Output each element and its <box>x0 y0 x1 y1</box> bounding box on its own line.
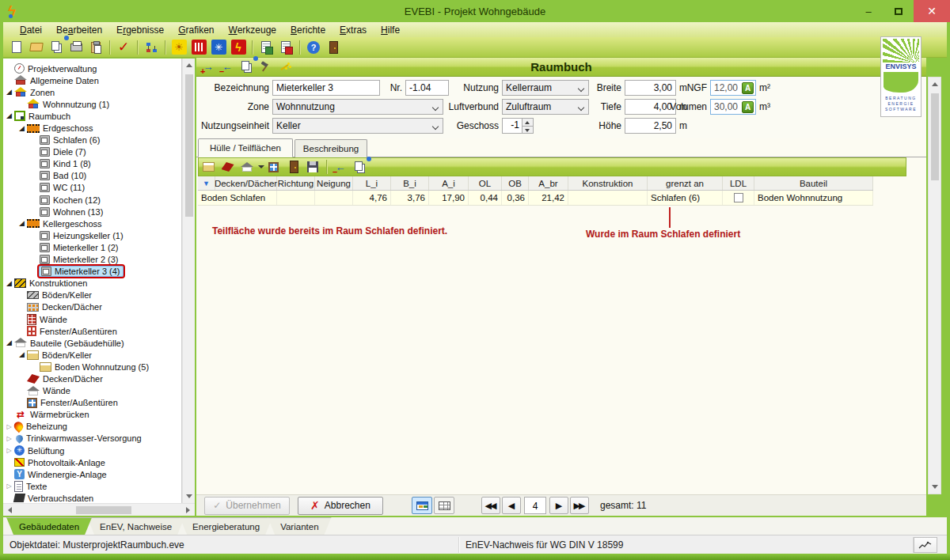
tree-item-konstr-fenster[interactable]: Fenster/Außentüren <box>5 325 181 337</box>
copy-button[interactable] <box>48 39 65 56</box>
tree-item-mieterkeller1[interactable]: Mieterkeller 1 (2) <box>5 241 181 253</box>
add-window-button[interactable] <box>267 160 283 175</box>
paste-row-button[interactable] <box>352 160 367 175</box>
tree-item-kellergeschoss[interactable]: ◢Kellergeschoss <box>5 218 181 229</box>
menu-ergebnisse[interactable]: Ergebnisse <box>109 25 171 36</box>
tree-item-photovoltaik[interactable]: Photovoltaik-Anlage <box>5 456 181 468</box>
col-konstruktion[interactable]: Konstruktion <box>568 176 648 190</box>
menu-hilfe[interactable]: Hilfe <box>374 25 407 36</box>
spin-down-icon[interactable] <box>522 127 533 134</box>
tree-item-raumbuch[interactable]: ◢Raumbuch <box>5 110 181 122</box>
report-pdf-button[interactable] <box>277 39 294 56</box>
tree-item-beheizung[interactable]: ▷Beheizung <box>5 421 181 433</box>
tree-item-konstr-boeden[interactable]: Böden/Keller <box>5 289 181 301</box>
tab-huelle-teilflaechen[interactable]: Hülle / Teilflächen <box>198 138 293 157</box>
menu-berichte[interactable]: Berichte <box>283 25 332 36</box>
menu-bearbeiten[interactable]: Bearbeiten <box>49 25 109 36</box>
col-ol[interactable]: OL <box>469 176 502 190</box>
volumen-field[interactable]: 30,00A <box>710 99 756 115</box>
maximize-button[interactable] <box>884 0 914 22</box>
page-number-input[interactable]: 4 <box>524 497 546 514</box>
tools-button[interactable] <box>257 59 273 74</box>
menu-grafiken[interactable]: Grafiken <box>171 25 221 36</box>
col-ai[interactable]: A_i <box>429 176 469 190</box>
solar-button[interactable]: ☀ <box>170 39 188 56</box>
tab-gebaeudedaten[interactable]: Gebäudedaten <box>6 517 92 535</box>
tab-energieberatung[interactable]: Energieberatung <box>180 517 272 535</box>
tree-item-konstr-waende[interactable]: Wände <box>5 313 181 325</box>
tree-item-zonen[interactable]: ◢Zonen <box>5 86 181 98</box>
new-file-button[interactable] <box>8 39 25 56</box>
copy-room-button[interactable] <box>238 59 254 74</box>
luftverbund-select[interactable]: Zuluftraum <box>502 99 589 115</box>
tree-item-diele[interactable]: Diele (7) <box>5 146 181 158</box>
nav-first-button[interactable]: ◀◀ <box>481 497 500 514</box>
report-excel-button[interactable] <box>257 39 275 56</box>
tree-item-bauteil-waende[interactable]: Wände <box>5 385 181 397</box>
tree-vertical-scrollbar[interactable] <box>182 59 195 503</box>
col-decken-daecher[interactable]: Decken/Dächer <box>215 176 277 190</box>
exit-button[interactable] <box>325 39 342 56</box>
table-view-button[interactable] <box>434 497 454 514</box>
main-vertical-scrollbar[interactable] <box>928 77 941 494</box>
tree-item-projektverwaltung[interactable]: Projektverwaltung <box>5 62 181 74</box>
tree-item-kochen[interactable]: Kochen (12) <box>5 194 181 206</box>
menu-datei[interactable]: Datei <box>13 25 49 36</box>
col-ob[interactable]: OB <box>502 176 529 190</box>
filter-icon[interactable]: ▼ <box>198 176 215 190</box>
col-abr[interactable]: A_br <box>529 176 568 190</box>
tab-enev-nachweise[interactable]: EnEV, Nachweise <box>87 517 184 535</box>
table-row[interactable]: Boden Schlafen 4,76 3,76 17,90 0,44 0,36… <box>198 191 873 206</box>
heating-button[interactable] <box>190 39 207 56</box>
bezeichnung-input[interactable] <box>272 80 380 96</box>
col-neigung[interactable]: Neigung <box>315 176 353 190</box>
check-data-button[interactable]: ✓ <box>115 39 132 56</box>
tree-item-allgemeine-daten[interactable]: Allgemeine Daten <box>5 74 181 86</box>
uebernehmen-button[interactable]: ✓Übernehmen <box>204 497 290 515</box>
tree-item-erdgeschoss[interactable]: ◢Erdgeschoss <box>5 122 181 134</box>
nav-prev-button[interactable]: ◀ <box>502 497 521 514</box>
tree-item-schlafen[interactable]: Schlafen (6) <box>5 134 181 146</box>
tree-item-wohnnutzung[interactable]: Wohnnutzung (1) <box>5 98 181 110</box>
project-structure-button[interactable] <box>142 39 160 56</box>
menu-werkzeuge[interactable]: Werkzeuge <box>222 25 283 36</box>
nav-next-button[interactable]: ▶ <box>549 497 568 514</box>
tree-item-bauteil-fenster[interactable]: Fenster/Außentüren <box>5 397 181 409</box>
open-file-button[interactable] <box>28 39 45 56</box>
col-ldl[interactable]: LDL <box>723 176 754 190</box>
add-wall-button[interactable] <box>240 160 264 175</box>
close-button[interactable]: ✕ <box>914 0 950 22</box>
form-view-button[interactable] <box>412 497 432 514</box>
menu-extras[interactable]: Extras <box>332 25 374 36</box>
tree-item-konstr-decken[interactable]: Decken/Dächer <box>5 301 181 313</box>
nav-last-button[interactable]: ▶▶ <box>570 497 589 514</box>
minimize-button[interactable]: – <box>853 0 884 22</box>
hoehe-input[interactable] <box>625 118 676 134</box>
tree-item-windenergie[interactable]: YWindenergie-Anlage <box>5 468 181 480</box>
col-grenzt-an[interactable]: grenzt an <box>648 176 723 190</box>
save-button[interactable] <box>305 160 321 175</box>
chart-tool-button[interactable] <box>914 537 937 553</box>
tree-horizontal-scrollbar[interactable] <box>3 503 195 516</box>
tree-item-bad[interactable]: Bad (10) <box>5 170 181 182</box>
col-richtung[interactable]: Richtung <box>277 176 315 190</box>
breite-input[interactable] <box>625 80 676 96</box>
add-door-button[interactable] <box>286 160 302 175</box>
tree-item-verbrauchsdaten[interactable]: Verbrauchsdaten <box>5 492 181 503</box>
paste-button[interactable] <box>87 39 104 56</box>
tree-item-wohnen[interactable]: Wohnen (13) <box>5 206 181 218</box>
tree-item-mieterkeller2[interactable]: Mieterkeller 2 (3) <box>5 254 181 266</box>
nutzungseinheit-select[interactable]: Keller <box>272 118 443 134</box>
electricity-button[interactable]: ϟ <box>230 39 247 56</box>
tree-item-waermebruecken[interactable]: ⇄Wärmebrücken <box>5 409 181 421</box>
col-bauteil[interactable]: Bauteil <box>754 176 873 190</box>
abbrechen-button[interactable]: ✗Abbrechen <box>298 497 383 515</box>
help-button[interactable]: ? <box>305 39 322 56</box>
print-button[interactable] <box>67 39 85 56</box>
tree-item-belueftung[interactable]: ▷✳Belüftung <box>5 445 181 456</box>
spin-up-icon[interactable] <box>522 119 533 127</box>
auto-calc-button[interactable]: A <box>742 82 754 94</box>
tree-item-kind1[interactable]: Kind 1 (8) <box>5 158 181 170</box>
col-li[interactable]: L_i <box>353 176 391 190</box>
ldl-checkbox[interactable] <box>734 193 743 202</box>
